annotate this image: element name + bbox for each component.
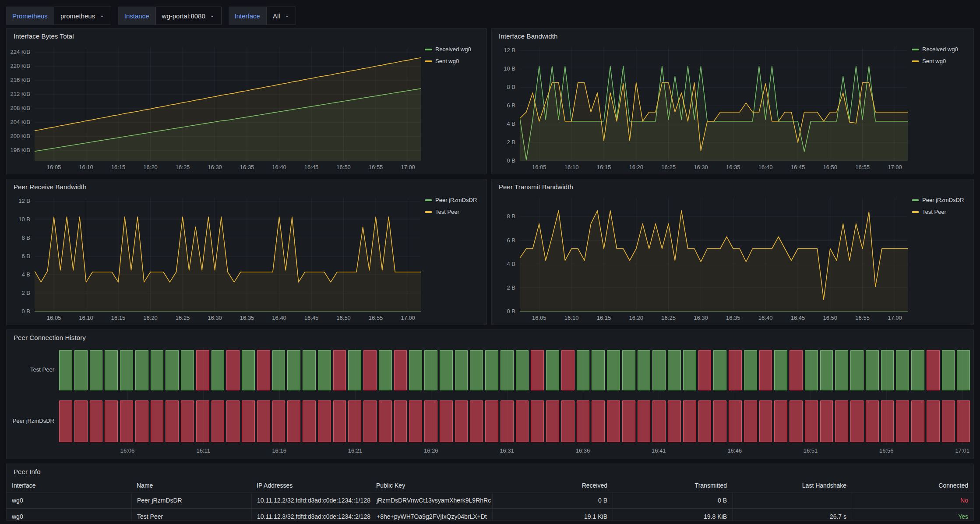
- status-bar-up[interactable]: [820, 350, 833, 390]
- status-bar-down[interactable]: [729, 350, 742, 390]
- status-bar-up[interactable]: [607, 350, 620, 390]
- legend-item[interactable]: Test Peer: [425, 209, 482, 215]
- status-bar-up[interactable]: [668, 350, 681, 390]
- variable-dropdown-prometheus[interactable]: prometheus ⌄: [54, 7, 111, 25]
- status-bar-down[interactable]: [774, 400, 787, 442]
- table-column-header[interactable]: IP Addresses: [251, 479, 371, 492]
- status-bar-down[interactable]: [151, 400, 164, 442]
- status-bar-up[interactable]: [318, 350, 331, 390]
- legend-item[interactable]: Sent wg0: [912, 58, 969, 64]
- status-bar-down[interactable]: [592, 400, 605, 442]
- variable-dropdown-interface[interactable]: All ⌄: [266, 7, 296, 25]
- status-bar-up[interactable]: [881, 350, 894, 390]
- status-bar-down[interactable]: [577, 400, 590, 442]
- status-bar-down[interactable]: [957, 400, 970, 442]
- table-column-header[interactable]: Transmitted: [613, 479, 732, 492]
- variable-dropdown-instance[interactable]: wg-portal:8080 ⌄: [155, 7, 222, 25]
- status-bar-up[interactable]: [744, 350, 757, 390]
- status-bar-up[interactable]: [120, 350, 133, 390]
- status-bar-up[interactable]: [866, 350, 879, 390]
- status-bar-down[interactable]: [90, 400, 103, 442]
- status-bar-down[interactable]: [729, 400, 742, 442]
- status-bar-down[interactable]: [790, 400, 803, 442]
- status-bar-down[interactable]: [303, 400, 316, 442]
- legend-item[interactable]: Received wg0: [425, 46, 482, 53]
- legend-item[interactable]: Peer jRzmDsDR: [912, 197, 969, 203]
- table-column-header[interactable]: Public Key: [371, 479, 492, 492]
- table-column-header[interactable]: Name: [131, 479, 251, 492]
- status-bar-up[interactable]: [59, 350, 72, 390]
- status-bar-down[interactable]: [607, 400, 620, 442]
- status-bar-down[interactable]: [652, 400, 666, 442]
- status-bar-up[interactable]: [424, 350, 437, 390]
- status-bar-down[interactable]: [226, 400, 240, 442]
- status-bar-down[interactable]: [698, 400, 712, 442]
- table-column-header[interactable]: Last Handshake: [732, 479, 852, 492]
- status-bar-up[interactable]: [151, 350, 164, 390]
- status-bar-down[interactable]: [379, 400, 392, 442]
- status-bar-down[interactable]: [759, 400, 772, 442]
- status-bar-up[interactable]: [942, 350, 955, 390]
- table-column-header[interactable]: Interface: [7, 479, 131, 492]
- legend-item[interactable]: Test Peer: [912, 209, 969, 215]
- status-bar-up[interactable]: [74, 350, 88, 390]
- status-bar-down[interactable]: [363, 400, 377, 442]
- status-bar-down[interactable]: [74, 400, 88, 442]
- status-bar-down[interactable]: [638, 400, 651, 442]
- status-bar-up[interactable]: [546, 350, 559, 390]
- status-bar-down[interactable]: [820, 400, 833, 442]
- status-bar-up[interactable]: [516, 350, 529, 390]
- status-bar-down[interactable]: [226, 350, 240, 390]
- status-bar-down[interactable]: [759, 350, 772, 390]
- status-bar-up[interactable]: [440, 350, 453, 390]
- status-bar-down[interactable]: [713, 400, 726, 442]
- status-bar-up[interactable]: [455, 350, 468, 390]
- status-bar-down[interactable]: [698, 350, 712, 390]
- status-bar-up[interactable]: [348, 350, 361, 390]
- status-bar-down[interactable]: [668, 400, 681, 442]
- legend-item[interactable]: Sent wg0: [425, 58, 482, 64]
- status-bar-down[interactable]: [272, 400, 286, 442]
- status-bar-down[interactable]: [440, 400, 453, 442]
- status-bar-up[interactable]: [135, 350, 148, 390]
- status-bar-down[interactable]: [333, 400, 346, 442]
- status-bar-down[interactable]: [181, 400, 194, 442]
- status-bar-down[interactable]: [135, 400, 148, 442]
- status-bar-up[interactable]: [683, 350, 696, 390]
- status-bar-down[interactable]: [212, 400, 225, 442]
- status-bar-up[interactable]: [166, 350, 179, 390]
- status-bar-down[interactable]: [166, 400, 179, 442]
- status-bar-up[interactable]: [638, 350, 651, 390]
- status-bar-down[interactable]: [850, 400, 864, 442]
- status-bar-up[interactable]: [181, 350, 194, 390]
- status-bar-down[interactable]: [881, 400, 894, 442]
- status-bar-down[interactable]: [485, 400, 498, 442]
- status-bar-down[interactable]: [196, 400, 209, 442]
- table-column-header[interactable]: Connected: [852, 479, 973, 492]
- status-bar-up[interactable]: [592, 350, 605, 390]
- status-bar-up[interactable]: [303, 350, 316, 390]
- status-bar-up[interactable]: [470, 350, 483, 390]
- status-bar-down[interactable]: [348, 400, 361, 442]
- status-bar-up[interactable]: [90, 350, 103, 390]
- status-bar-down[interactable]: [394, 400, 407, 442]
- status-bar-up[interactable]: [622, 350, 635, 390]
- status-bar-down[interactable]: [896, 400, 909, 442]
- status-bar-down[interactable]: [805, 400, 818, 442]
- status-bar-down[interactable]: [363, 350, 377, 390]
- status-bar-up[interactable]: [652, 350, 666, 390]
- status-bar-down[interactable]: [257, 350, 270, 390]
- status-bar-up[interactable]: [774, 350, 787, 390]
- status-bar-down[interactable]: [531, 350, 544, 390]
- status-bar-down[interactable]: [927, 400, 940, 442]
- legend-item[interactable]: Received wg0: [912, 46, 969, 53]
- status-bar-up[interactable]: [485, 350, 498, 390]
- status-bar-up[interactable]: [577, 350, 590, 390]
- status-bar-up[interactable]: [242, 350, 255, 390]
- status-bar-down[interactable]: [394, 350, 407, 390]
- status-bar-up[interactable]: [212, 350, 225, 390]
- status-bar-down[interactable]: [561, 400, 575, 442]
- status-bar-down[interactable]: [196, 350, 209, 390]
- status-bar-down[interactable]: [409, 400, 422, 442]
- status-bar-down[interactable]: [927, 350, 940, 390]
